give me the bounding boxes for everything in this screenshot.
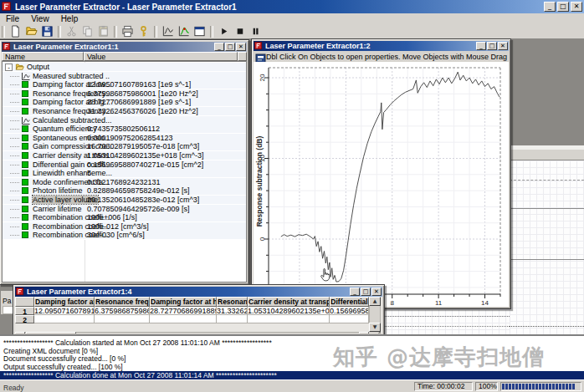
tree-window-titlebar[interactable]: Laser Parameter Extractor1:1 _ □ ✕ (2, 42, 247, 52)
print-button[interactable] (120, 25, 136, 38)
parameter-tree[interactable]: -OutputMeasured subtracted ..Damping fac… (2, 61, 247, 283)
chart-window[interactable]: Laser Parameter Extractor1:2 _ □ ✕ Dbl C… (251, 38, 511, 309)
tree-row-output[interactable]: -Output (3, 63, 246, 72)
column-header-value[interactable]: Value (84, 52, 238, 61)
tree-minimize-button[interactable]: _ (214, 43, 224, 51)
play-button[interactable] (216, 25, 232, 38)
main-titlebar[interactable]: Laser Parameter Extractor - Laser Parame… (0, 0, 584, 13)
scroll-thumb[interactable] (26, 332, 76, 333)
scroll-left-button[interactable]: ◄ (15, 332, 25, 333)
chart-minimize-button[interactable]: _ (476, 42, 486, 50)
tree-row[interactable]: Resonance frequency...31.33262456376026 … (3, 107, 246, 116)
open-folder-button[interactable] (23, 25, 39, 38)
grid-cell[interactable]: 12.09507160789163 (34, 307, 95, 315)
close-button[interactable]: ✕ (571, 2, 582, 12)
column-header-name[interactable]: Name (2, 52, 84, 61)
grid-column-header[interactable]: Damping factor at lowe (34, 297, 95, 307)
progress-segment (562, 384, 565, 389)
grid-column-header[interactable]: Carrier density at transparency (248, 297, 330, 307)
tree-row[interactable]: Calculated subtracted... (3, 116, 246, 125)
chart-window-titlebar[interactable]: Laser Parameter Extractor1:2 _ □ ✕ (254, 41, 509, 51)
chart-close-button[interactable]: ✕ (498, 42, 508, 50)
minimize-button[interactable]: _ (544, 2, 556, 12)
tree-row[interactable]: Carrier density at trans...1.05310428960… (3, 151, 246, 160)
grid-column-header[interactable]: Differential (330, 297, 369, 307)
tree-row[interactable]: Damping factor at hig...28.7277068699188… (3, 98, 246, 107)
chart-plot-button[interactable] (160, 25, 176, 38)
grid-row-header[interactable]: 1 (15, 307, 34, 315)
grid-column-header[interactable]: Resonance (217, 297, 248, 307)
tree-close-button[interactable]: ✕ (236, 43, 246, 51)
parameter-icon (22, 81, 28, 88)
menu-view[interactable]: View (25, 14, 55, 23)
parameter-icon (22, 143, 28, 150)
tree-row[interactable]: Resonance frequency...6.375986875986001 … (3, 89, 246, 99)
grid-cell[interactable]: 31.33262456 (217, 307, 248, 315)
grid-cell[interactable] (217, 315, 248, 323)
resize-grip[interactable] (369, 332, 381, 333)
chart-green-button[interactable] (176, 25, 192, 38)
window-button[interactable] (192, 25, 207, 38)
grid-cell[interactable] (95, 315, 150, 323)
tree-row[interactable]: Linewidth enhanceme...5 (3, 169, 246, 178)
table-window[interactable]: Laser Parameter Extractor1:4 _ □ ✕ Dampi… (13, 284, 385, 334)
stop-button[interactable] (232, 25, 248, 38)
background-chart-window-fragment-right[interactable] (510, 145, 584, 334)
tree-window[interactable]: Laser Parameter Extractor1:1 _ □ ✕ Name … (0, 39, 249, 285)
new-file-button[interactable] (8, 25, 23, 38)
grid-cell[interactable] (248, 315, 330, 323)
grid-cell[interactable]: 0.15696958 (330, 307, 369, 315)
tree-row[interactable]: Carrier lifetime0.7078509464295726e-009 … (3, 205, 246, 214)
tree-row[interactable]: Gain compression coe...16.70302879195057… (3, 142, 246, 151)
grid-corner[interactable] (15, 297, 34, 307)
grid-row-header[interactable]: 2 (15, 315, 34, 323)
svg-text:8: 8 (391, 299, 395, 307)
tree-row[interactable]: Recombination coeffi...100e-012 [cm^3/s] (3, 222, 246, 232)
tree-row[interactable]: Photon lifetime0.8288946598758249e-012 [… (3, 186, 246, 196)
tree-row[interactable]: Measured subtracted .. (3, 72, 246, 81)
paste-button[interactable] (95, 25, 111, 38)
pause-button[interactable] (248, 25, 264, 38)
table-window-titlebar[interactable]: Laser Parameter Extractor1:4 _ □ ✕ (15, 287, 382, 297)
tree-row[interactable]: Spontaneous emissio...0.0001909752062854… (3, 134, 246, 143)
tree-maximize-button[interactable]: □ (225, 43, 235, 51)
scroll-right-button[interactable]: ► (359, 332, 369, 333)
tree-row[interactable]: Damping factor at low...12.0950716078916… (3, 80, 246, 89)
table-maximize-button[interactable]: □ (361, 288, 371, 296)
grid-cell[interactable] (150, 315, 217, 323)
cut-button[interactable] (64, 25, 79, 38)
grid-cell[interactable]: 28.72770686991889 (150, 307, 217, 315)
grid-cell[interactable]: 1.053104289602135e+018 (248, 307, 330, 315)
progress-segment (546, 384, 548, 389)
log-line[interactable]: ****************** Calculation done at M… (0, 371, 584, 379)
progress-segment (559, 384, 561, 389)
key-help-button[interactable] (136, 25, 151, 38)
tree-row[interactable]: Quantum efficiency0.7435735802506112 (3, 125, 246, 134)
tree-row[interactable]: Recombination coeffi...100e+006 [1/s] (3, 213, 246, 222)
tree-row[interactable]: Recombination coeffi...30e-030 [cm^6/s] (3, 231, 246, 240)
background-chart-window-fragment-bottom[interactable] (378, 309, 510, 334)
chart-maximize-button[interactable]: □ (487, 42, 497, 50)
tree-branch (10, 76, 19, 77)
menu-file[interactable]: File (0, 14, 25, 23)
save-button[interactable] (39, 25, 55, 38)
grid-cell[interactable] (330, 315, 369, 323)
tree-row[interactable]: Mode confinement fa...0.3121768924232131 (3, 178, 246, 187)
toolbar-separator (154, 26, 157, 38)
copy-button[interactable] (79, 25, 95, 38)
scroll-up-button[interactable]: ▲ (369, 297, 381, 306)
maximize-button[interactable]: □ (557, 2, 569, 12)
table-close-button[interactable]: ✕ (371, 288, 382, 296)
menu-help[interactable]: Help (55, 14, 85, 23)
grid-cell[interactable]: 6.375986875986001 (95, 307, 150, 315)
grid-column-header[interactable]: Resonance frequenc (95, 297, 150, 307)
scroll-down-button[interactable]: ▼ (369, 323, 381, 332)
table-minimize-button[interactable]: _ (350, 288, 360, 296)
tree-row[interactable]: Active layer volume20.13520610485283e-01… (3, 196, 246, 205)
progress-segment (552, 384, 555, 389)
grid-cell[interactable] (34, 315, 95, 323)
tree-row[interactable]: Differential gain coeffi...0.15696958807… (3, 160, 246, 170)
chart-plot-area[interactable]: 258111401020Response subtraction (dB)Mod… (254, 62, 509, 307)
grid-column-header[interactable]: Damping factor at higher (150, 297, 217, 307)
tree-expander[interactable]: - (5, 64, 13, 71)
